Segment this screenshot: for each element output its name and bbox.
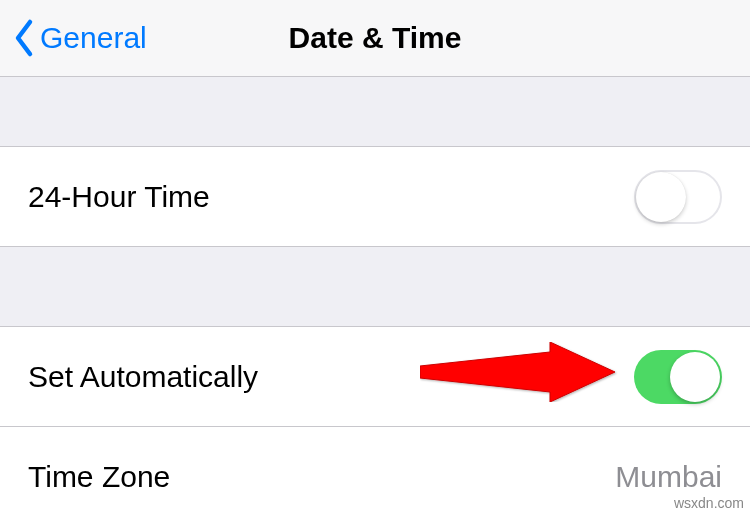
toggle-24-hour-time[interactable]	[634, 170, 722, 224]
row-24-hour-time: 24-Hour Time	[0, 147, 750, 247]
row-time-zone[interactable]: Time Zone Mumbai	[0, 427, 750, 513]
toggle-knob	[636, 172, 686, 222]
toggle-knob	[670, 352, 720, 402]
section-spacer	[0, 77, 750, 147]
row-label: 24-Hour Time	[28, 180, 210, 214]
row-label: Time Zone	[28, 460, 170, 494]
navigation-bar: General Date & Time	[0, 0, 750, 77]
chevron-left-icon	[12, 18, 36, 58]
section-spacer	[0, 247, 750, 327]
row-value: Mumbai	[615, 460, 722, 494]
back-label: General	[40, 21, 147, 55]
page-title: Date & Time	[289, 21, 462, 55]
row-label: Set Automatically	[28, 360, 258, 394]
toggle-set-automatically[interactable]	[634, 350, 722, 404]
back-button[interactable]: General	[0, 18, 147, 58]
row-set-automatically: Set Automatically	[0, 327, 750, 427]
watermark: wsxdn.com	[674, 495, 744, 511]
